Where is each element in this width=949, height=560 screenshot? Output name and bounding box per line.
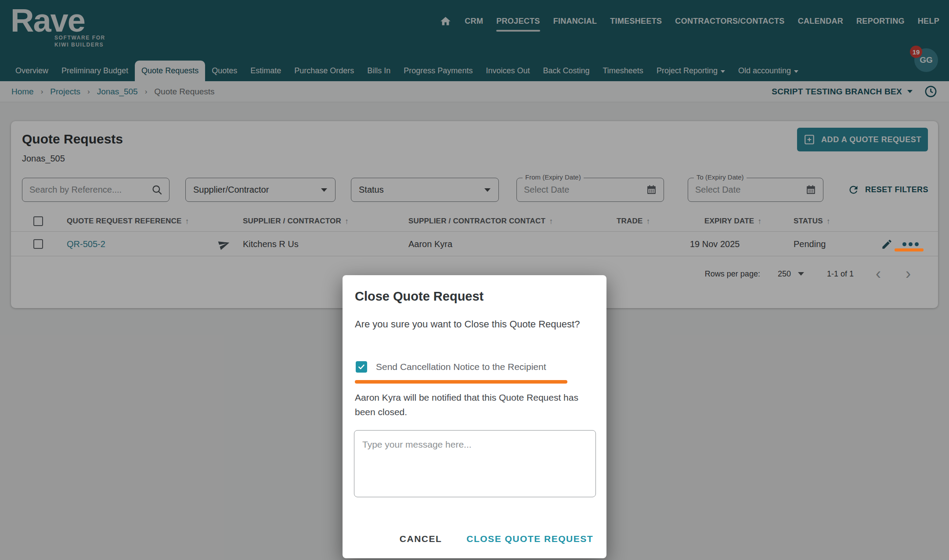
modal-notice: Aaron Kyra will be notified that this Qu… bbox=[355, 390, 594, 419]
message-textarea[interactable] bbox=[354, 430, 596, 497]
close-quote-request-modal: Close Quote Request Are you sure you wan… bbox=[343, 275, 606, 558]
tutorial-highlight-bar bbox=[355, 380, 567, 384]
send-cancellation-checkbox-row[interactable]: Send Cancellation Notice to the Recipien… bbox=[356, 361, 546, 373]
modal-question: Are you sure you want to Close this Quot… bbox=[355, 317, 583, 332]
checkbox-label: Send Cancellation Notice to the Recipien… bbox=[376, 362, 546, 372]
modal-actions: CANCEL CLOSE QUOTE REQUEST bbox=[398, 530, 595, 548]
checkbox-checked-icon[interactable] bbox=[356, 361, 367, 373]
close-quote-request-button[interactable]: CLOSE QUOTE REQUEST bbox=[465, 530, 595, 548]
cancel-button[interactable]: CANCEL bbox=[398, 530, 444, 548]
modal-title: Close Quote Request bbox=[355, 289, 484, 304]
tutorial-highlight-bar bbox=[895, 248, 924, 251]
